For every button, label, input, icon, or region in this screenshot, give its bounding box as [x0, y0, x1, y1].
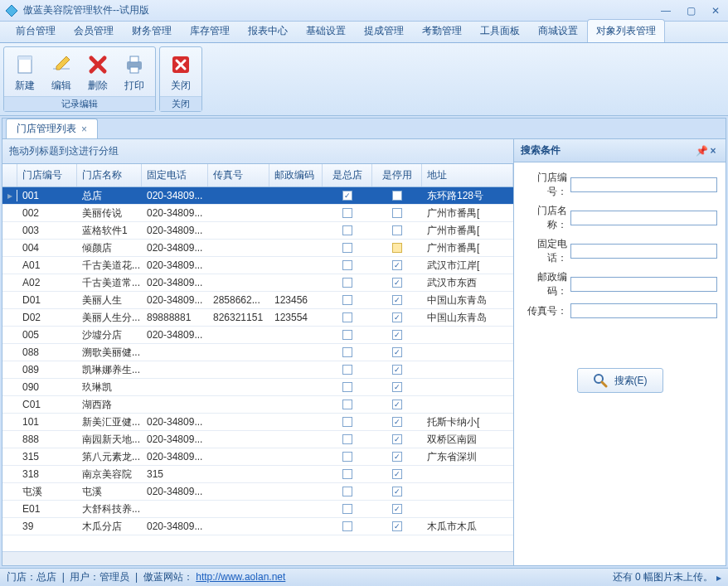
table-row[interactable]: 003蓝格软件1020-34809...广州市番禺[: [2, 222, 513, 240]
checkbox-hq[interactable]: [342, 278, 352, 288]
maximize-icon[interactable]: ▢: [683, 5, 698, 17]
table-row[interactable]: 002美丽传说020-34809...广州市番禺[: [2, 205, 513, 222]
menu-item[interactable]: 对象列表管理: [587, 19, 665, 42]
table-row[interactable]: 004倾颜店020-34809...广州市番禺[: [2, 240, 513, 257]
name-input[interactable]: [570, 211, 717, 225]
checkbox-hq[interactable]: [342, 312, 352, 322]
table-row[interactable]: 005沙墟分店020-34809...✓: [2, 327, 513, 344]
group-by-bar[interactable]: 拖动列标题到这进行分组: [2, 139, 513, 164]
horizontal-scrollbar[interactable]: [2, 551, 513, 565]
ribbon-btn-delete[interactable]: 删除: [82, 51, 114, 94]
status-site-link[interactable]: http://www.aolan.net: [196, 571, 285, 583]
checkbox-stop[interactable]: [392, 225, 402, 235]
checkbox-stop[interactable]: ✓: [392, 521, 402, 531]
tel-input[interactable]: [570, 244, 717, 259]
checkbox-hq[interactable]: [342, 469, 352, 479]
checkbox-stop[interactable]: [392, 191, 402, 201]
checkbox-hq[interactable]: [342, 208, 352, 218]
checkbox-hq[interactable]: [342, 521, 352, 531]
checkbox-stop[interactable]: ✓: [392, 260, 402, 270]
checkbox-hq[interactable]: [342, 295, 352, 305]
table-row[interactable]: 315第八元素龙...020-34809...✓广东省深圳: [2, 448, 513, 466]
checkbox-stop[interactable]: ✓: [392, 278, 402, 288]
checkbox-hq[interactable]: [342, 504, 352, 514]
col-header-name[interactable]: 门店名称: [77, 164, 142, 186]
checkbox-hq[interactable]: [342, 417, 352, 427]
status-arrow-icon[interactable]: ▸: [716, 572, 721, 584]
ribbon-btn-new[interactable]: 新建: [9, 51, 41, 94]
checkbox-stop[interactable]: [392, 243, 402, 253]
checkbox-stop[interactable]: ✓: [392, 452, 402, 462]
col-header-hq[interactable]: 是总店: [323, 164, 372, 186]
panel-close-icon[interactable]: ×: [707, 145, 719, 157]
checkbox-stop[interactable]: ✓: [392, 504, 402, 514]
table-row[interactable]: 090玖琳凯✓: [2, 379, 513, 396]
col-header-stop[interactable]: 是停用: [372, 164, 422, 186]
minimize-icon[interactable]: ―: [658, 5, 673, 17]
col-header-fax[interactable]: 传真号: [208, 164, 269, 186]
table-row[interactable]: 101新美汇亚健...020-34809...✓托斯卡纳小[: [2, 414, 513, 431]
checkbox-hq[interactable]: [342, 260, 352, 270]
menu-item[interactable]: 前台管理: [7, 19, 65, 42]
grid-body[interactable]: ▸001总店020-34809...✓东环路128号002美丽传说020-348…: [2, 187, 513, 551]
table-row[interactable]: ▸001总店020-34809...✓东环路128号: [2, 187, 513, 205]
ribbon-btn-print[interactable]: 打印: [119, 51, 150, 94]
checkbox-hq[interactable]: [342, 487, 352, 496]
table-row[interactable]: A01千古美道花...020-34809...✓武汉市江岸[: [2, 257, 513, 274]
checkbox-hq[interactable]: [342, 382, 352, 392]
checkbox-hq[interactable]: [342, 365, 352, 375]
table-row[interactable]: E01大舒科技养...✓: [2, 501, 513, 518]
checkbox-stop[interactable]: ✓: [392, 295, 402, 305]
checkbox-stop[interactable]: ✓: [392, 382, 402, 392]
checkbox-hq[interactable]: [342, 330, 352, 340]
col-header-tel[interactable]: 固定电话: [142, 164, 208, 186]
checkbox-hq[interactable]: [342, 347, 352, 357]
checkbox-hq[interactable]: [342, 434, 352, 444]
table-row[interactable]: A02千古美道常...020-34809...✓武汉市东西: [2, 274, 513, 292]
table-row[interactable]: D02美丽人生分...89888881826321151123554✓中国山东青…: [2, 309, 513, 327]
ribbon-btn-edit[interactable]: 编辑: [46, 51, 77, 94]
table-row[interactable]: 39木瓜分店020-34809...✓木瓜市木瓜: [2, 518, 513, 535]
checkbox-stop[interactable]: ✓: [392, 312, 402, 322]
checkbox-stop[interactable]: ✓: [392, 400, 402, 409]
checkbox-hq[interactable]: [342, 225, 352, 235]
menu-item[interactable]: 工具面板: [471, 19, 529, 42]
col-header-zip[interactable]: 邮政编码: [269, 164, 323, 186]
checkbox-stop[interactable]: ✓: [392, 417, 402, 427]
menu-item[interactable]: 商城设置: [529, 19, 587, 42]
tab-close-icon[interactable]: ×: [81, 123, 87, 135]
checkbox-hq[interactable]: [342, 400, 352, 409]
zip-input[interactable]: [570, 277, 717, 292]
checkbox-stop[interactable]: [392, 208, 402, 218]
menu-item[interactable]: 库存管理: [181, 19, 239, 42]
table-row[interactable]: 屯溪屯溪020-34809...✓: [2, 483, 513, 501]
checkbox-hq[interactable]: [342, 243, 352, 253]
col-header-addr[interactable]: 地址: [422, 164, 513, 186]
checkbox-stop[interactable]: ✓: [392, 469, 402, 479]
checkbox-stop[interactable]: ✓: [392, 347, 402, 357]
menu-item[interactable]: 会员管理: [65, 19, 123, 42]
col-header-id[interactable]: 门店编号: [17, 164, 77, 186]
table-row[interactable]: C01湖西路✓: [2, 396, 513, 414]
checkbox-stop[interactable]: ✓: [392, 434, 402, 444]
fax-input[interactable]: [570, 303, 717, 318]
id-input[interactable]: [570, 177, 717, 192]
table-row[interactable]: 088溯歌美丽健...✓: [2, 344, 513, 361]
menu-item[interactable]: 考勤管理: [413, 19, 471, 42]
menu-item[interactable]: 提成管理: [355, 19, 413, 42]
table-row[interactable]: D01美丽人生020-34809...2858662...123456✓中国山东…: [2, 292, 513, 309]
tab-store-list[interactable]: 门店管理列表 ×: [6, 119, 98, 138]
checkbox-stop[interactable]: ✓: [392, 365, 402, 375]
table-row[interactable]: 318南京美容院315✓: [2, 466, 513, 483]
menu-item[interactable]: 报表中心: [239, 19, 297, 42]
menu-item[interactable]: 财务管理: [123, 19, 181, 42]
table-row[interactable]: 089凯琳娜养生...✓: [2, 361, 513, 379]
ribbon-btn-close[interactable]: 关闭: [165, 51, 197, 94]
table-row[interactable]: 888南园新天地...020-34809...✓双桥区南园: [2, 431, 513, 448]
checkbox-stop[interactable]: ✓: [392, 330, 402, 340]
search-button[interactable]: 搜索(E): [577, 368, 663, 393]
close-icon[interactable]: ✕: [708, 5, 723, 17]
menu-item[interactable]: 基础设置: [297, 19, 355, 42]
checkbox-hq[interactable]: ✓: [342, 191, 352, 201]
pin-icon[interactable]: 📌: [696, 145, 707, 157]
